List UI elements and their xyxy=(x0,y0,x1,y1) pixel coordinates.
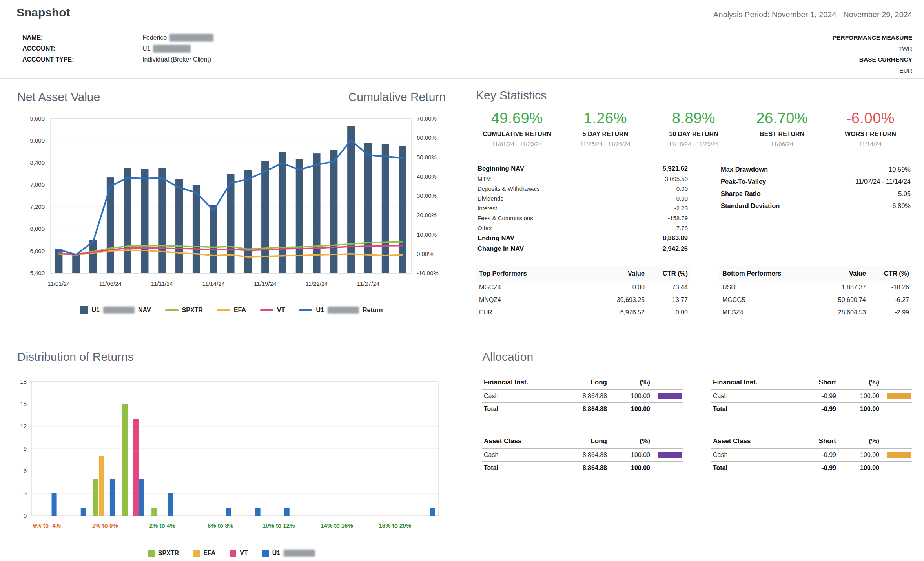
row-label: Sharpe Ratio xyxy=(721,190,761,197)
legend-efa-label: EFA xyxy=(234,307,246,314)
svg-text:6,600: 6,600 xyxy=(30,225,45,232)
redaction xyxy=(169,34,213,42)
stat-label: BEST RETURN xyxy=(738,131,826,138)
page-header: Snapshot Analysis Period: November 1, 20… xyxy=(0,0,924,27)
svg-text:10% to 12%: 10% to 12% xyxy=(262,522,295,529)
distribution-title: Distribution of Returns xyxy=(17,350,134,364)
row-value: 5,921.62 xyxy=(663,165,688,172)
row-label: Standard Deviation xyxy=(721,202,780,210)
legend-item-efa: EFA xyxy=(193,550,215,557)
table-row: Cash 8,864.88 100.00 xyxy=(482,390,683,402)
table-row: MESZ428,604.53-2.99 xyxy=(719,306,912,319)
svg-text:70.00%: 70.00% xyxy=(417,115,437,122)
table-total-row: Total -0.99 100.00 xyxy=(711,461,912,474)
row-value: 0.00 xyxy=(676,195,688,202)
svg-text:0.00%: 0.00% xyxy=(417,250,434,257)
row-value: 6.80% xyxy=(892,202,911,210)
column-header: Value xyxy=(574,270,645,277)
efa-line-swatch xyxy=(217,309,230,311)
table-header: Top Performers Value CTR (%) xyxy=(476,266,691,281)
snapshot-report: Snapshot Analysis Period: November 1, 20… xyxy=(0,0,924,561)
redaction xyxy=(328,307,359,314)
row-value: 11/07/24 - 11/14/24 xyxy=(855,178,911,185)
row-label: Peak-To-Valley xyxy=(721,178,766,185)
svg-text:-6% to -4%: -6% to -4% xyxy=(31,522,61,529)
column-header: CTR (%) xyxy=(866,270,909,277)
svg-text:9,000: 9,000 xyxy=(30,137,45,144)
row-label: Other xyxy=(477,225,492,231)
svg-text:15: 15 xyxy=(20,400,27,407)
svg-text:11/19/24: 11/19/24 xyxy=(254,280,276,287)
bottom-performers-table: Bottom Performers Value CTR (%) USD1,887… xyxy=(719,266,912,319)
table-row: Peak-To-Valley11/07/24 - 11/14/24 xyxy=(719,175,912,188)
stat-value: 49.69% xyxy=(473,110,561,127)
name-value: Federico xyxy=(142,34,167,41)
asset-class-long-table: Asset Class Long (%) Cash 8,864.88 100.0… xyxy=(482,434,683,474)
legend-account-prefix: U1 xyxy=(272,550,280,557)
performance-measure-label: PERFORMANCE MEASURE xyxy=(833,32,912,43)
table-row: Cash -0.99 100.00 xyxy=(711,449,912,461)
svg-text:8,400: 8,400 xyxy=(30,159,45,166)
base-currency-label: BASE CURRENCY xyxy=(833,54,912,65)
nav-panel: Net Asset Value Cumulative Return 5,4006… xyxy=(0,79,463,338)
allocation-title: Allocation xyxy=(482,350,924,364)
table-row: Cash 8,864.88 100.00 xyxy=(482,449,683,461)
vt-swatch xyxy=(230,550,236,557)
return-line-swatch xyxy=(299,309,312,311)
table-row: Cash -0.99 100.00 xyxy=(711,390,912,402)
svg-text:10.00%: 10.00% xyxy=(417,231,437,238)
svg-text:11/01/24: 11/01/24 xyxy=(47,280,70,287)
stat-period: 11/18/24 - 11/29/24 xyxy=(649,141,738,147)
row-value: -158.79 xyxy=(668,215,688,221)
allocation-panel: Allocation Financial Inst. Long (%) Cash… xyxy=(463,338,924,561)
stat-cumulative-return: 49.69% CUMULATIVE RETURN 11/01/24 - 11/2… xyxy=(473,110,561,147)
table-row: Standard Deviation6.80% xyxy=(719,200,912,212)
svg-text:11/22/24: 11/22/24 xyxy=(305,280,328,287)
table-total-row: Total 8,864.88 100.00 xyxy=(482,461,683,474)
spxtr-swatch xyxy=(148,550,155,557)
account-label: ACCOUNT: xyxy=(22,45,142,52)
stat-5-day-return: 1.26% 5 DAY RETURN 11/25/24 - 11/29/24 xyxy=(561,110,649,147)
nav-summary-table: Beginning NAV5,921.62 MTM3,095.50 Deposi… xyxy=(476,161,691,254)
legend-nav-prefix: U1 xyxy=(92,307,100,314)
svg-text:30.00%: 30.00% xyxy=(417,192,437,199)
account-info: NAME: Federico ACCOUNT: U1 ACCOUNT TYPE:… xyxy=(0,27,924,79)
table-row: USD1,887.37-18.26 xyxy=(719,281,912,294)
account-details: NAME: Federico ACCOUNT: U1 ACCOUNT TYPE:… xyxy=(22,32,213,65)
stat-label: 10 DAY RETURN xyxy=(649,131,738,138)
table-header: Asset Class Short (%) xyxy=(711,434,912,449)
table-row: Max Drawdown10.59% xyxy=(719,163,912,175)
stat-worst-return: -6.00% WORST RETURN 11/14/24 xyxy=(826,110,915,147)
performers-section: Top Performers Value CTR (%) MGCZ40.0073… xyxy=(476,266,912,319)
svg-text:6% to 8%: 6% to 8% xyxy=(208,522,233,529)
analysis-period: Analysis Period: November 1, 2024 - Nove… xyxy=(713,10,912,19)
key-statistics-title: Key Statistics xyxy=(476,89,924,102)
svg-text:14% to 16%: 14% to 16% xyxy=(321,522,353,529)
row-label: Interest xyxy=(477,205,497,212)
allocation-bar xyxy=(658,452,682,458)
account-number-row: ACCOUNT: U1 xyxy=(22,43,213,54)
row-value: 8,863.89 xyxy=(663,234,688,242)
row-label: Deposits & Withdrawals xyxy=(477,185,539,192)
svg-text:20.00%: 20.00% xyxy=(417,212,437,218)
redaction xyxy=(103,307,135,314)
svg-text:11/14/24: 11/14/24 xyxy=(202,280,225,287)
row-label: Dividends xyxy=(477,195,503,202)
table-row: Sharpe Ratio5.05 xyxy=(719,188,912,200)
allocation-tables: Financial Inst. Long (%) Cash 8,864.88 1… xyxy=(482,375,912,474)
legend-vt-label: VT xyxy=(240,550,248,557)
legend-vt-label: VT xyxy=(277,307,285,314)
legend-item-account: U1 xyxy=(262,550,315,557)
account-name-row: NAME: Federico xyxy=(22,32,213,43)
account-type-label: ACCOUNT TYPE: xyxy=(22,56,142,63)
stat-label: WORST RETURN xyxy=(826,131,915,138)
allocation-bar xyxy=(887,393,911,399)
spxtr-line-swatch xyxy=(165,309,179,311)
table-total-row: Total 8,864.88 100.00 xyxy=(482,402,683,415)
cumulative-return-title: Cumulative Return xyxy=(348,90,446,104)
right-column: Key Statistics 49.69% CUMULATIVE RETURN … xyxy=(463,79,924,561)
stat-label: 5 DAY RETURN xyxy=(561,131,649,138)
left-column: Net Asset Value Cumulative Return 5,4006… xyxy=(0,79,463,561)
legend-item-vt: VT xyxy=(230,550,248,557)
table-row: Change In NAV2,942.26 xyxy=(476,243,691,254)
